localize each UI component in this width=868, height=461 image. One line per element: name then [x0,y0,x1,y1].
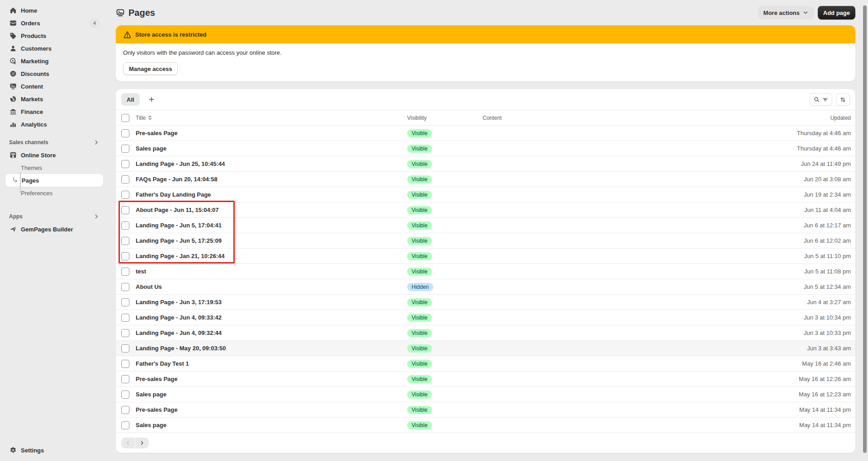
table-row[interactable]: Landing Page - Jun 4, 09:32:44 Visible J… [116,325,855,340]
marketing-icon [9,57,17,65]
row-updated: May 16 at 2:46 am [802,360,851,367]
sidebar-item-content[interactable]: Content [5,80,103,93]
row-title: Landing Page - Jun 3, 17:19:53 [136,299,222,306]
row-checkbox[interactable] [121,314,129,322]
row-updated: Jun 5 at 12:34 am [804,283,851,290]
chevron-left-icon [125,440,131,446]
table-row[interactable]: Landing Page - Jun 5, 17:04:41 Visible J… [116,217,855,233]
table-row[interactable]: Landing Page - Jun 4, 09:33:42 Visible J… [116,310,855,325]
row-checkbox[interactable] [121,221,129,230]
row-checkbox[interactable] [121,344,129,353]
sort-by-title-button[interactable]: Title [136,115,152,121]
row-updated: Jun 3 at 3:43 am [807,345,851,352]
table-header-row: Title Visibility Content Updated [116,110,855,125]
row-checkbox[interactable] [121,237,129,245]
row-title: Father's Day Test 1 [136,360,189,367]
row-updated: Jun 5 at 11:08 pm [804,268,851,275]
row-updated: Jun 6 at 12:17 am [804,222,851,229]
table-row[interactable]: Landing Page - Jun 5, 17:25:09 Visible J… [116,233,855,248]
sidebar-item-settings[interactable]: Settings [5,444,103,456]
table-row[interactable]: Landing Page - Jun 3, 17:19:53 Visible J… [116,294,855,310]
table-row[interactable]: test Visible Jun 5 at 11:08 pm [116,263,855,279]
table-row[interactable]: Pre-sales Page Visible May 16 at 12:26 a… [116,371,855,386]
table-row[interactable]: Landing Page - Jun 25, 10:45:44 Visible … [116,156,855,171]
select-all-checkbox[interactable] [121,114,129,122]
table-row[interactable]: Sales page Visible May 14 at 11:34 pm [116,417,855,433]
row-updated: Jun 19 at 2:34 am [804,191,851,198]
page-header: Pages More actions Add page [109,0,868,25]
sort-button[interactable] [836,93,850,106]
discounts-icon [9,70,17,78]
table-row[interactable]: Sales page Visible May 16 at 12:23 am [116,386,855,402]
row-title: Landing Page - Jun 4, 09:33:42 [136,314,222,321]
row-checkbox[interactable] [121,160,129,168]
filter-icon [822,96,829,103]
add-page-button[interactable]: Add page [818,6,855,19]
sidebar-item-products[interactable]: Products [5,29,103,42]
sidebar-item-gempages[interactable]: GemPages Builder [5,223,103,235]
row-title: Pre-sales Page [136,130,178,136]
row-checkbox[interactable] [121,206,129,214]
row-checkbox[interactable] [121,298,129,306]
table-row[interactable]: FAQs Page - Jun 20, 14:04:58 Visible Jun… [116,171,855,187]
sidebar-item-marketing[interactable]: Marketing [5,55,103,67]
manage-access-button[interactable]: Manage access [123,62,178,75]
row-checkbox[interactable] [121,375,129,383]
table-row[interactable]: About Us Hidden Jun 5 at 12:34 am [116,279,855,294]
sidebar-item-discounts[interactable]: Discounts [5,67,103,80]
sidebar-item-customers[interactable]: Customers [5,42,103,55]
sidebar-item-label: Content [21,83,43,90]
row-title: Landing Page - Jan 21, 10:26:44 [136,253,225,259]
row-checkbox[interactable] [121,360,129,368]
caret-sort-icon [147,115,152,120]
add-view-button[interactable] [145,93,158,106]
search-filter-button[interactable] [810,93,832,106]
sidebar-item-home[interactable]: Home [5,4,103,17]
sidebar-item-label: Analytics [21,121,47,128]
visibility-badge: Visible [407,206,432,214]
table-row[interactable]: Landing Page - Jan 21, 10:26:44 Visible … [116,248,855,263]
tab-all[interactable]: All [121,93,140,106]
table-row[interactable]: Pre-sales Page Visible Thursday at 4:46 … [116,125,855,141]
row-checkbox[interactable] [121,252,129,260]
more-actions-button[interactable]: More actions [758,6,814,19]
plus-icon [148,96,155,103]
scrollbar-thumb[interactable] [863,5,867,453]
sidebar-item-analytics[interactable]: Analytics [5,118,103,131]
sidebar-item-label: Online Store [21,152,56,159]
row-checkbox[interactable] [121,283,129,291]
table-row[interactable]: Landing Page - May 20, 09:03:50 Visible … [116,340,855,356]
row-checkbox[interactable] [121,191,129,199]
finance-icon [9,108,17,116]
row-checkbox[interactable] [121,406,129,414]
row-checkbox[interactable] [121,268,129,276]
pagination-next-button[interactable] [135,437,149,448]
row-updated: Jun 24 at 11:49 pm [801,160,851,167]
table-row[interactable]: Sales page Visible Thursday at 4:46 am [116,141,855,156]
pagination-prev-button[interactable] [121,437,135,448]
row-checkbox[interactable] [121,145,129,153]
sidebar-item-markets[interactable]: $ Markets [5,93,103,105]
table-row[interactable]: Father's Day Test 1 Visible May 16 at 2:… [116,356,855,371]
row-updated: May 14 at 11:34 pm [799,422,851,428]
row-checkbox[interactable] [121,421,129,429]
apps-header[interactable]: Apps [5,210,103,223]
sales-channels-header[interactable]: Sales channels [5,136,103,149]
row-checkbox[interactable] [121,175,129,183]
banner-description: Only visitors with the password can acce… [123,49,848,57]
sidebar-item-finance[interactable]: Finance [5,105,103,118]
visibility-badge: Visible [407,145,432,153]
table-row[interactable]: Pre-sales Page Visible May 14 at 11:34 p… [116,402,855,417]
sidebar-item-orders[interactable]: Orders 4 [5,17,103,29]
home-icon [9,6,17,14]
row-checkbox[interactable] [121,129,129,137]
row-updated: Thursday at 4:46 am [797,145,851,152]
row-checkbox[interactable] [121,329,129,337]
table-row[interactable]: Father's Day Landing Page Visible Jun 19… [116,187,855,202]
row-checkbox[interactable] [121,390,129,399]
column-header-title: Title [136,115,146,121]
page-title: Pages [128,8,155,18]
table-row[interactable]: About Page - Jun 11, 15:04:07 Visible Ju… [116,202,855,217]
sidebar-item-online-store[interactable]: Online Store [5,149,103,161]
search-icon [813,96,820,103]
